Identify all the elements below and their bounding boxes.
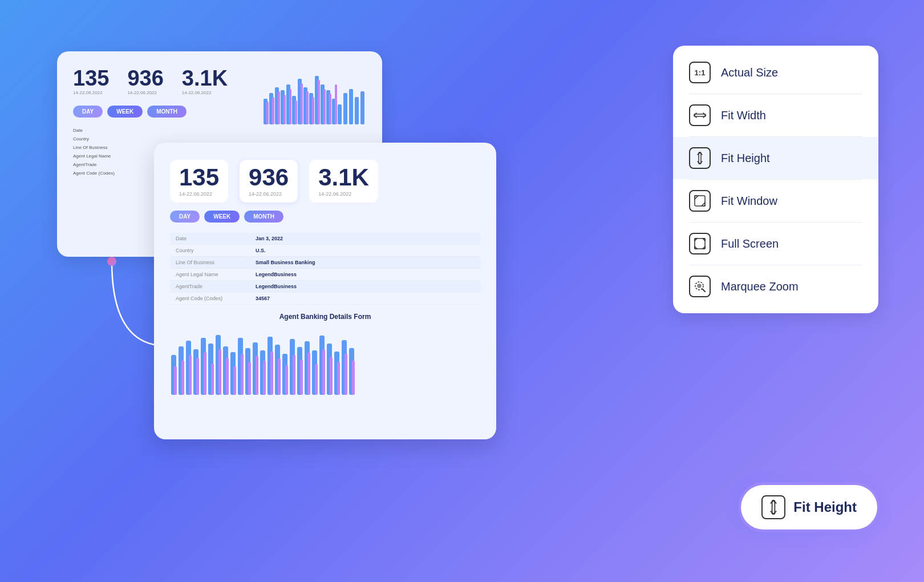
label-lob: Line Of Business [170,257,250,269]
svg-rect-15 [283,95,286,124]
value-legal-name: LegendBusiness [250,269,480,281]
svg-rect-14 [278,91,280,124]
svg-rect-82 [699,152,701,164]
menu-item-fit-window[interactable]: Fit Window [673,180,878,222]
front-badge-day: DAY [170,211,200,223]
label-trade: AgentTrade [170,281,250,293]
svg-rect-84 [695,239,705,249]
front-data-table: Date Jan 3, 2022 Country U.S. Line Of Bu… [170,233,480,305]
menu-label-fit-window: Fit Window [721,195,777,208]
svg-rect-40 [204,352,206,395]
menu-label-fit-height: Fit Height [721,152,770,165]
table-row-legal-name: Agent Legal Name LegendBusiness [170,269,480,281]
menu-item-fit-height[interactable]: Fit Height [673,137,878,179]
svg-rect-16 [289,89,291,124]
svg-rect-60 [278,358,281,395]
back-stat-month: 3.1K 14-22.06.2022 [182,67,228,95]
back-stat-month-date: 14-22.06.2022 [182,90,228,95]
label-country: Country [170,245,250,257]
front-stat-month: 3.1K 14-22.06.2022 [309,160,378,203]
svg-rect-38 [196,358,199,395]
table-row-trade: AgentTrade LegendBusiness [170,281,480,293]
front-stat-day: 135 14-22.06.2022 [170,160,228,203]
svg-rect-58 [270,351,273,395]
svg-rect-26 [338,104,342,124]
back-stat-day-date: 14-22.06.2022 [73,90,109,95]
svg-rect-21 [318,80,320,124]
front-stat-day-date: 14-22.06.2022 [179,191,219,197]
svg-rect-34 [181,361,184,395]
svg-rect-81 [694,114,706,116]
menu-item-actual-size[interactable]: 1:1 Actual Size [673,51,878,94]
back-stat-month-value: 3.1K [182,67,228,89]
menu-label-fit-width: Fit Width [721,109,766,122]
label-code: Agent Code (Codes) [170,293,250,305]
fit-window-icon [689,190,711,212]
table-row-code: Agent Code (Codes) 34567 [170,293,480,305]
back-stat-week-value: 936 [127,67,163,89]
svg-rect-52 [248,362,251,395]
svg-rect-22 [323,89,326,124]
back-badge-month: MONTH [147,106,187,118]
menu-item-marquee-zoom[interactable]: Marquee Zoom [673,265,878,308]
front-badge-week: WEEK [204,211,240,223]
value-country: U.S. [250,245,480,257]
front-stats-row: 135 14-22.06.2022 936 14-22.06.2022 3.1K… [170,160,480,203]
svg-rect-27 [343,93,347,124]
svg-rect-56 [263,361,266,395]
svg-rect-50 [241,354,244,395]
back-stats-row: 135 14-22.06.2022 936 14-22.06.2022 3.1K… [73,67,366,95]
front-badges-row: DAY WEEK MONTH [170,211,480,223]
svg-rect-72 [322,349,325,395]
back-stat-week-date: 14-22.06.2022 [127,90,163,95]
svg-rect-13 [272,97,274,124]
full-screen-icon [689,233,711,254]
chart-title: Agent Banking Details Form [170,313,480,321]
front-stat-week: 936 14-22.06.2022 [240,160,298,203]
back-badge-day: DAY [73,106,103,118]
svg-rect-23 [329,94,331,124]
svg-rect-32 [174,366,177,395]
svg-rect-36 [189,355,192,395]
svg-rect-48 [233,366,236,395]
menu-panel: 1:1 Actual Size Fit Width Fit Height [673,46,878,313]
svg-rect-42 [211,363,214,395]
svg-rect-76 [337,362,340,395]
svg-rect-18 [301,83,303,124]
table-row-lob: Line Of Business Small Business Banking [170,257,480,269]
value-code: 34567 [250,293,480,305]
menu-label-actual-size: Actual Size [721,66,778,79]
svg-rect-68 [307,353,310,395]
marquee-zoom-icon [689,276,711,297]
svg-rect-62 [285,365,288,395]
fit-height-button[interactable]: Fit Height [740,484,878,531]
fit-width-icon [689,104,711,126]
svg-rect-80 [352,361,355,395]
svg-rect-30 [360,91,364,124]
menu-item-fit-width[interactable]: Fit Width [673,94,878,136]
front-dashboard-card: 135 14-22.06.2022 936 14-22.06.2022 3.1K… [154,143,496,439]
svg-rect-25 [335,84,337,124]
connector-dot-pink [107,257,116,266]
back-field-country: Country [73,136,366,142]
back-badge-week: WEEK [107,106,143,118]
fit-height-button-label: Fit Height [793,499,857,515]
back-mini-chart [264,67,366,124]
svg-rect-66 [300,359,303,395]
value-lob: Small Business Banking [250,257,480,269]
svg-rect-19 [306,91,309,124]
menu-item-full-screen[interactable]: Full Screen [673,223,878,265]
back-field-date: Date [73,128,366,133]
front-stat-month-value: 3.1K [318,165,369,189]
svg-rect-20 [312,97,314,124]
svg-rect-64 [293,355,295,395]
front-stat-day-value: 135 [179,165,219,189]
svg-rect-70 [315,364,318,395]
svg-rect-28 [349,89,353,124]
front-badge-month: MONTH [244,211,283,223]
label-date: Date [170,233,250,245]
table-row-country: Country U.S. [170,245,480,257]
svg-rect-44 [218,349,221,395]
svg-rect-74 [330,357,333,395]
fit-height-button-icon [761,495,785,519]
